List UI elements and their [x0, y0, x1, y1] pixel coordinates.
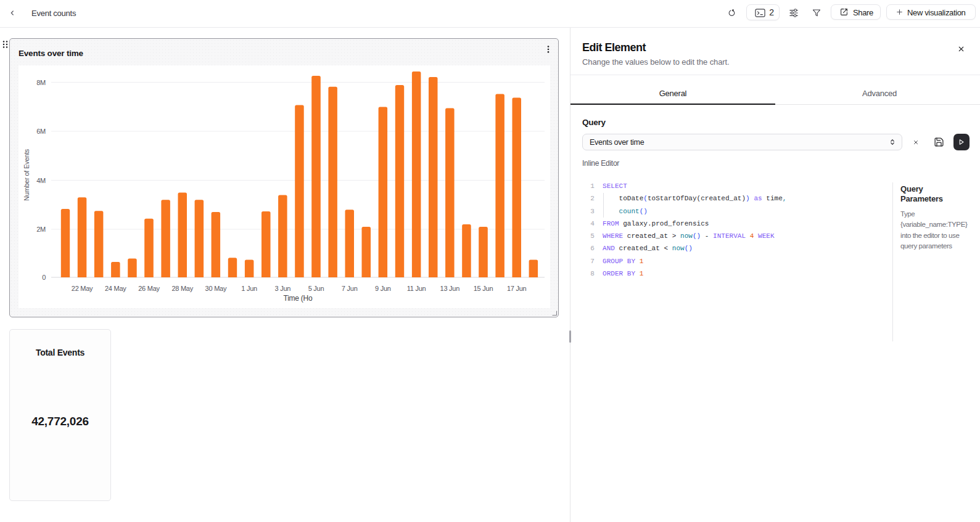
svg-text:15 Jun: 15 Jun [474, 285, 493, 292]
svg-text:6M: 6M [36, 128, 46, 135]
svg-text:Number of Events: Number of Events [23, 149, 30, 201]
svg-text:5 Jun: 5 Jun [308, 285, 324, 292]
svg-text:0: 0 [42, 274, 46, 281]
svg-text:11 Jun: 11 Jun [407, 285, 426, 292]
svg-text:2M: 2M [36, 226, 46, 233]
svg-text:7 Jun: 7 Jun [342, 285, 358, 292]
svg-text:28 May: 28 May [171, 285, 193, 292]
svg-text:30 May: 30 May [205, 285, 227, 292]
svg-text:24 May: 24 May [105, 285, 126, 292]
svg-text:4M: 4M [36, 177, 46, 184]
svg-text:9 Jun: 9 Jun [375, 285, 391, 292]
svg-text:26 May: 26 May [138, 285, 160, 292]
svg-text:8M: 8M [36, 79, 46, 86]
svg-text:13 Jun: 13 Jun [440, 285, 460, 292]
svg-text:3 Jun: 3 Jun [274, 285, 290, 292]
svg-text:Time (Ho: Time (Ho [284, 294, 313, 303]
svg-text:17 Jun: 17 Jun [507, 285, 527, 292]
svg-text:22 May: 22 May [72, 285, 93, 292]
svg-text:1 Jun: 1 Jun [241, 285, 257, 292]
